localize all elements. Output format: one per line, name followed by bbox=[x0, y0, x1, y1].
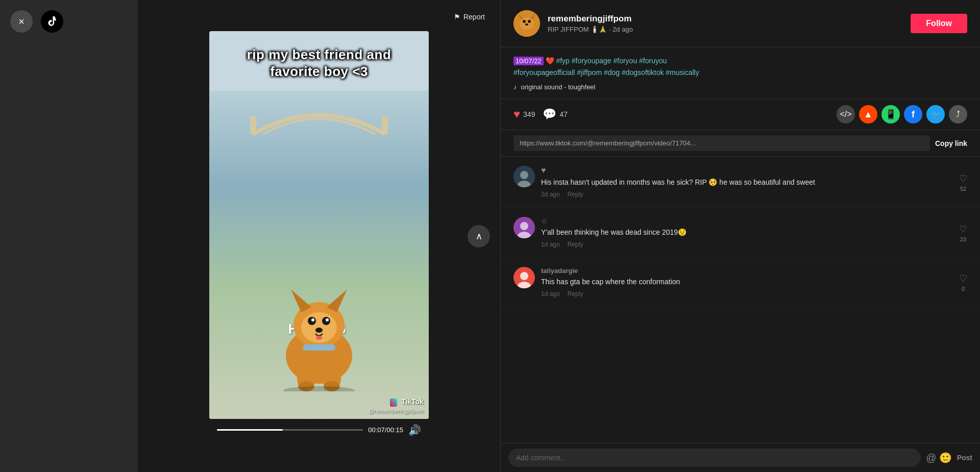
emoji-picker-button[interactable]: 🙂 bbox=[939, 452, 952, 464]
svg-rect-0 bbox=[250, 116, 256, 134]
share-icons: </> ▲ 📱 f 🐦 ⤴ bbox=[837, 105, 967, 123]
video-container: ⚑ Report rip my best friend and favorite… bbox=[138, 0, 500, 472]
comment-like-icon-2[interactable]: ♡ bbox=[959, 223, 967, 234]
post-hashtags: 10/07/22 ❤️ #fyp #foryoupage #foryou #fo… bbox=[513, 55, 967, 78]
svg-rect-1 bbox=[382, 116, 388, 134]
comment-meta-2: 1d ago Reply bbox=[541, 241, 967, 248]
comment-body-3: taliyadargie This has gta be cap where t… bbox=[541, 267, 967, 297]
twitter-share-button[interactable]: 🐦 bbox=[926, 105, 945, 123]
flag-icon: ⚑ bbox=[454, 13, 460, 21]
comment-likes-2: ♡ 23 bbox=[959, 223, 967, 242]
heart-icon: ♥ bbox=[513, 108, 520, 121]
video-controls: 00:07/00:15 🔊 bbox=[209, 419, 429, 441]
facebook-share-button[interactable]: f bbox=[904, 105, 922, 123]
close-icon: × bbox=[18, 16, 24, 28]
comment-star-prefix: ☆ bbox=[541, 217, 548, 225]
comment-heart-prefix: ♥ bbox=[541, 166, 546, 175]
comment-button[interactable]: 💬 47 bbox=[543, 108, 568, 121]
profile-name: rememberingjiffpom bbox=[548, 14, 903, 24]
comment-avatar-3[interactable] bbox=[513, 267, 535, 288]
comments-section[interactable]: ♥ His insta hasn't updated in months was… bbox=[501, 157, 980, 443]
whatsapp-icon: 📱 bbox=[885, 109, 896, 120]
embed-icon: </> bbox=[840, 110, 851, 119]
scroll-up-button[interactable]: ∧ bbox=[468, 225, 490, 247]
avatar[interactable] bbox=[513, 10, 540, 37]
svg-point-10 bbox=[326, 318, 329, 321]
chevron-up-icon: ∧ bbox=[476, 231, 482, 242]
comment-text-1: His insta hasn't updated in months was h… bbox=[541, 177, 967, 188]
comment-like-count-2: 23 bbox=[960, 236, 966, 242]
svg-point-27 bbox=[520, 171, 528, 179]
profile-info: rememberingjiffpom RIP JIFFPOM 🕯️🙏 · 2d … bbox=[548, 14, 903, 33]
progress-bar[interactable] bbox=[217, 429, 363, 431]
svg-point-12 bbox=[316, 336, 322, 340]
svg-point-23 bbox=[525, 23, 528, 26]
profile-subtitle: RIP JIFFPOM 🕯️🙏 · 2d ago bbox=[548, 26, 903, 33]
comment-like-icon-3[interactable]: ♡ bbox=[959, 273, 967, 284]
comment-input[interactable] bbox=[508, 449, 921, 467]
comment-time-1: 2d ago bbox=[541, 191, 560, 198]
twitter-icon: 🐦 bbox=[932, 110, 940, 118]
whatsapp-share-button[interactable]: 📱 bbox=[881, 105, 900, 123]
follow-button[interactable]: Follow bbox=[911, 14, 967, 33]
mention-button[interactable]: @ bbox=[926, 452, 936, 464]
svg-point-18 bbox=[283, 386, 355, 391]
comment-icon: 💬 bbox=[543, 108, 556, 121]
comment-time-2: 1d ago bbox=[541, 241, 560, 248]
comment-input-row: @ 🙂 Post bbox=[501, 443, 980, 472]
comment-text-2: Y'all been thinking he was dead since 20… bbox=[541, 227, 967, 238]
progress-fill bbox=[217, 429, 283, 431]
volume-button[interactable]: 🔊 bbox=[408, 424, 421, 436]
comment-time-3: 1d ago bbox=[541, 290, 560, 297]
tiktok-logo bbox=[41, 10, 63, 33]
comment-reply-1[interactable]: Reply bbox=[568, 191, 583, 198]
report-button[interactable]: ⚑ Report bbox=[454, 13, 485, 21]
comment-likes-3: ♡ 0 bbox=[959, 273, 967, 292]
svg-rect-13 bbox=[303, 344, 335, 351]
video-frame: rip my best friend and favorite boy <3 H… bbox=[209, 31, 429, 419]
left-blur-panel: × bbox=[0, 0, 138, 472]
reddit-share-button[interactable]: ▲ bbox=[859, 105, 877, 123]
comment-avatar-1[interactable] bbox=[513, 166, 535, 187]
comment-header-2: ☆ bbox=[541, 217, 967, 225]
report-label: Report bbox=[463, 13, 485, 21]
svg-point-22 bbox=[528, 20, 531, 23]
like-button[interactable]: ♥ 349 bbox=[513, 108, 535, 121]
comment-meta-1: 2d ago Reply bbox=[541, 191, 967, 198]
date-tag: 10/07/22 bbox=[513, 57, 544, 65]
copy-link-button[interactable]: Copy link bbox=[935, 139, 967, 147]
video-title: rip my best friend and favorite boy <3 bbox=[237, 31, 402, 91]
comment-item-2: ☆ Y'all been thinking he was dead since … bbox=[501, 208, 980, 258]
action-group-left: ♥ 349 💬 47 bbox=[513, 108, 837, 121]
emoji-buttons: @ 🙂 bbox=[926, 452, 951, 464]
post-content: 10/07/22 ❤️ #fyp #foryoupage #foryou #fo… bbox=[501, 47, 980, 99]
svg-point-21 bbox=[523, 20, 526, 23]
comment-body-1: ♥ His insta hasn't updated in months was… bbox=[541, 166, 967, 198]
post-comment-button[interactable]: Post bbox=[957, 454, 972, 462]
svg-point-33 bbox=[520, 272, 528, 280]
comment-reply-2[interactable]: Reply bbox=[568, 241, 583, 248]
tiktok-logo-small-icon bbox=[390, 399, 397, 407]
facebook-icon: f bbox=[912, 109, 915, 120]
comment-text-3: This has gta be cap where the conformati… bbox=[541, 277, 967, 287]
comment-avatar-2[interactable] bbox=[513, 217, 535, 238]
sound-name: original sound - toughfeel bbox=[521, 83, 596, 91]
comment-like-icon-1[interactable]: ♡ bbox=[959, 172, 967, 184]
comment-like-count-1: 52 bbox=[960, 185, 966, 191]
comment-meta-3: 1d ago Reply bbox=[541, 290, 967, 297]
profile-header: rememberingjiffpom RIP JIFFPOM 🕯️🙏 · 2d … bbox=[501, 0, 980, 47]
time-display: 00:07/00:15 bbox=[368, 426, 403, 434]
comment-likes-1: ♡ 52 bbox=[959, 172, 967, 191]
music-icon: ♪ bbox=[513, 83, 517, 91]
svg-point-11 bbox=[315, 328, 323, 333]
sound-row: ♪ original sound - toughfeel bbox=[513, 83, 967, 91]
svg-point-9 bbox=[311, 318, 314, 321]
embed-share-button[interactable]: </> bbox=[837, 105, 855, 123]
more-share-button[interactable]: ⤴ bbox=[949, 105, 967, 123]
comment-item: ♥ His insta hasn't updated in months was… bbox=[501, 157, 980, 208]
right-panel: rememberingjiffpom RIP JIFFPOM 🕯️🙏 · 2d … bbox=[500, 0, 980, 472]
comment-header-1: ♥ bbox=[541, 166, 967, 175]
comment-reply-3[interactable]: Reply bbox=[568, 290, 583, 297]
reddit-icon: ▲ bbox=[864, 109, 873, 120]
close-button[interactable]: × bbox=[10, 10, 33, 33]
